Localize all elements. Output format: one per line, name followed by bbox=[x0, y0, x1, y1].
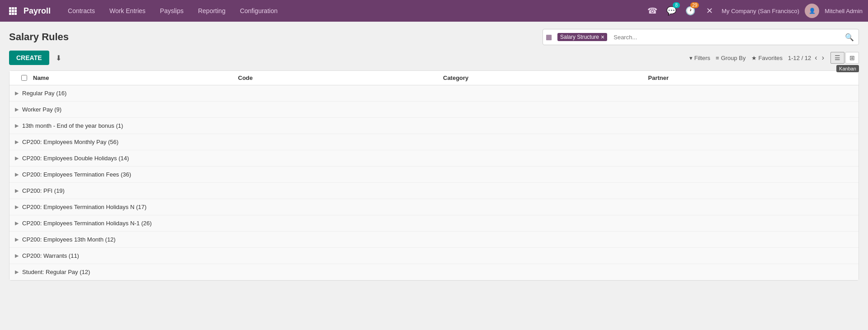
search-tag-salary-structure: Salary Structure × bbox=[557, 33, 607, 41]
group-rows: ▶ Regular Pay (16) ▶ Worker Pay (9) ▶ 13… bbox=[9, 85, 859, 280]
list-item[interactable]: ▶ Regular Pay (16) bbox=[9, 85, 859, 102]
kanban-view-button[interactable]: ⊞ bbox=[845, 52, 859, 64]
salary-rules-table: Name Code Category Partner ▶ Regular Pay… bbox=[9, 70, 859, 281]
filter-icon: ▦ bbox=[543, 33, 555, 41]
groupby-icon: ≡ bbox=[716, 55, 719, 61]
kanban-view-container: ⊞ Kanban bbox=[845, 52, 859, 64]
company-name: My Company (San Francisco) bbox=[722, 8, 799, 14]
nav-work-entries[interactable]: Work Entries bbox=[103, 5, 152, 17]
svg-rect-8 bbox=[14, 13, 17, 15]
list-item[interactable]: ▶ CP200: Employees Double Holidays (14) bbox=[9, 150, 859, 167]
apps-menu-icon[interactable] bbox=[5, 4, 20, 18]
group-label: CP200: Employees Termination Holidays N-… bbox=[22, 220, 853, 227]
group-arrow-icon: ▶ bbox=[15, 90, 19, 96]
top-navigation: Payroll Contracts Work Entries Payslips … bbox=[0, 0, 868, 22]
search-bar: ▦ Salary Structure × 🔍 bbox=[542, 29, 859, 45]
nav-configuration[interactable]: Configuration bbox=[234, 5, 284, 17]
list-view-button[interactable]: ☰ bbox=[830, 52, 844, 64]
pagination-text: 1-12 / 12 bbox=[788, 55, 811, 61]
toolbar-right: ▾ Filters ≡ Group By ★ Favorites 1-12 / … bbox=[689, 52, 859, 64]
group-label: Regular Pay (16) bbox=[22, 90, 853, 97]
notification-badge: 8 bbox=[673, 2, 680, 8]
list-item[interactable]: ▶ 13th month - End of the year bonus (1) bbox=[9, 118, 859, 134]
svg-rect-0 bbox=[9, 7, 11, 9]
col-category: Category bbox=[443, 74, 648, 81]
group-arrow-icon: ▶ bbox=[15, 220, 19, 226]
group-label: CP200: Warrants (11) bbox=[22, 252, 853, 259]
col-name: Name bbox=[33, 74, 238, 81]
create-button[interactable]: CREATE bbox=[9, 51, 49, 65]
group-label: 13th month - End of the year bonus (1) bbox=[22, 122, 853, 129]
pagination-info: 1-12 / 12 ‹ › bbox=[788, 54, 825, 62]
filter-funnel-icon: ▾ bbox=[689, 55, 693, 61]
toolbar: CREATE ⬇ ▾ Filters ≡ Group By ★ Favorite… bbox=[9, 51, 859, 65]
search-tag-remove[interactable]: × bbox=[601, 34, 604, 40]
close-icon[interactable]: ✕ bbox=[703, 4, 716, 18]
group-label: CP200: Employees Double Holidays (14) bbox=[22, 155, 853, 162]
list-item[interactable]: ▶ CP200: Employees Termination Holidays … bbox=[9, 215, 859, 232]
group-label: Worker Pay (9) bbox=[22, 106, 853, 113]
kanban-tooltip: Kanban bbox=[836, 65, 859, 72]
group-label: Student: Regular Pay (12) bbox=[22, 269, 853, 275]
nav-contracts[interactable]: Contracts bbox=[61, 5, 101, 17]
list-item[interactable]: ▶ Student: Regular Pay (12) bbox=[9, 264, 859, 280]
notifications-icon[interactable]: 💬 8 bbox=[665, 4, 678, 18]
svg-rect-7 bbox=[12, 13, 14, 15]
list-item[interactable]: ▶ CP200: Employees Monthly Pay (56) bbox=[9, 134, 859, 150]
svg-rect-6 bbox=[9, 13, 11, 15]
group-arrow-icon: ▶ bbox=[15, 107, 19, 112]
filters-label: Filters bbox=[694, 55, 710, 61]
phone-icon[interactable]: ☎ bbox=[646, 4, 659, 18]
search-input[interactable] bbox=[610, 34, 840, 41]
username[interactable]: Mitchell Admin bbox=[825, 8, 863, 14]
select-all-col bbox=[15, 74, 33, 81]
svg-rect-4 bbox=[12, 10, 14, 12]
svg-rect-2 bbox=[14, 7, 17, 9]
avatar[interactable]: 👤 bbox=[805, 4, 819, 18]
group-label: CP200: PFI (19) bbox=[22, 187, 853, 194]
search-submit-icon[interactable]: 🔍 bbox=[840, 33, 859, 42]
group-arrow-icon: ▶ bbox=[15, 123, 19, 129]
pagination-next[interactable]: › bbox=[821, 54, 825, 62]
list-item[interactable]: ▶ CP200: PFI (19) bbox=[9, 183, 859, 199]
select-all-checkbox[interactable] bbox=[21, 75, 27, 81]
list-item[interactable]: ▶ CP200: Warrants (11) bbox=[9, 248, 859, 264]
toolbar-left: CREATE ⬇ bbox=[9, 51, 64, 65]
page-header: Salary Rules ▦ Salary Structure × 🔍 bbox=[9, 29, 859, 45]
export-button[interactable]: ⬇ bbox=[53, 52, 64, 64]
svg-rect-3 bbox=[9, 10, 11, 12]
favorites-label: Favorites bbox=[759, 55, 783, 61]
group-arrow-icon: ▶ bbox=[15, 204, 19, 210]
col-partner: Partner bbox=[648, 74, 854, 81]
groupby-button[interactable]: ≡ Group By bbox=[716, 55, 746, 61]
svg-rect-5 bbox=[14, 10, 17, 12]
list-item[interactable]: ▶ Worker Pay (9) bbox=[9, 102, 859, 118]
col-code: Code bbox=[238, 74, 443, 81]
list-item[interactable]: ▶ CP200: Employees Termination Holidays … bbox=[9, 199, 859, 215]
pagination-prev[interactable]: ‹ bbox=[814, 54, 818, 62]
favorites-star-icon: ★ bbox=[751, 55, 757, 61]
activities-icon[interactable]: 🕐 29 bbox=[684, 4, 697, 18]
page-title: Salary Rules bbox=[9, 31, 69, 43]
group-arrow-icon: ▶ bbox=[15, 188, 19, 194]
groupby-label: Group By bbox=[721, 55, 746, 61]
group-arrow-icon: ▶ bbox=[15, 253, 19, 259]
nav-links: Contracts Work Entries Payslips Reportin… bbox=[61, 5, 646, 17]
search-tag-label: Salary Structure bbox=[560, 34, 599, 40]
filters-button[interactable]: ▾ Filters bbox=[689, 55, 710, 61]
nav-reporting[interactable]: Reporting bbox=[192, 5, 232, 17]
group-arrow-icon: ▶ bbox=[15, 269, 19, 275]
group-arrow-icon: ▶ bbox=[15, 155, 19, 161]
svg-rect-1 bbox=[12, 7, 14, 9]
favorites-button[interactable]: ★ Favorites bbox=[751, 55, 783, 61]
nav-payslips[interactable]: Payslips bbox=[154, 5, 190, 17]
group-arrow-icon: ▶ bbox=[15, 237, 19, 242]
group-arrow-icon: ▶ bbox=[15, 172, 19, 177]
app-brand[interactable]: Payroll bbox=[24, 6, 51, 16]
table-header: Name Code Category Partner bbox=[9, 71, 859, 85]
list-item[interactable]: ▶ CP200: Employees 13th Month (12) bbox=[9, 232, 859, 248]
group-label: CP200: Employees Termination Holidays N … bbox=[22, 204, 853, 210]
topnav-right: ☎ 💬 8 🕐 29 ✕ My Company (San Francisco) … bbox=[646, 4, 863, 18]
main-content: Salary Rules ▦ Salary Structure × 🔍 CREA… bbox=[0, 22, 868, 330]
list-item[interactable]: ▶ CP200: Employees Termination Fees (36) bbox=[9, 167, 859, 183]
